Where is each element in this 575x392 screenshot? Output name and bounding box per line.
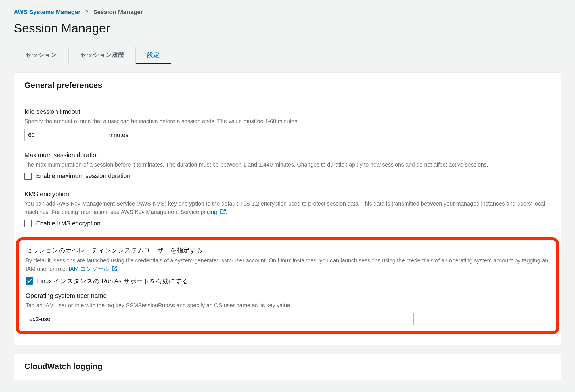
runas-checkbox-label: Linux インスタンスの Run As サポートを有効にする bbox=[37, 277, 189, 285]
cloudwatch-logging-heading: CloudWatch logging bbox=[14, 354, 561, 380]
field-kms-encryption: KMS encryption You can add AWS Key Manag… bbox=[24, 190, 551, 227]
kms-checkbox-label: Enable KMS encryption bbox=[36, 220, 101, 227]
breadcrumb-current: Session Manager bbox=[93, 9, 143, 16]
tab-session-history[interactable]: セッション履歴 bbox=[69, 47, 136, 64]
os-user-name-title: Operating system user name bbox=[26, 292, 549, 300]
idle-timeout-unit: minutes bbox=[107, 132, 129, 138]
max-duration-checkbox[interactable] bbox=[24, 173, 32, 180]
page-title: Session Manager bbox=[14, 21, 561, 35]
kms-desc-suffix: . bbox=[226, 209, 227, 215]
field-runas: セッションのオペレーティングシステムユーザーを指定する By default, … bbox=[26, 246, 549, 285]
field-idle-timeout: Idle session timeout Specify the amount … bbox=[24, 108, 551, 141]
tab-sessions[interactable]: セッション bbox=[14, 47, 69, 64]
field-os-user-name: Operating system user name Tag an IAM us… bbox=[26, 292, 549, 325]
external-link-icon bbox=[220, 208, 226, 214]
os-user-name-input[interactable] bbox=[26, 313, 414, 325]
kms-checkbox[interactable] bbox=[24, 220, 32, 227]
highlight-runas: セッションのオペレーティングシステムユーザーを指定する By default, … bbox=[16, 237, 559, 334]
general-preferences-heading: General preferences bbox=[14, 73, 561, 99]
breadcrumb: AWS Systems Manager Session Manager bbox=[14, 9, 561, 16]
max-duration-checkbox-label: Enable maximum session duration bbox=[36, 173, 131, 180]
field-max-duration: Maximum session duration The maximum dur… bbox=[24, 151, 551, 180]
idle-timeout-input[interactable] bbox=[24, 129, 102, 141]
runas-desc: By default, sessions are launched using … bbox=[26, 256, 549, 273]
kms-title: KMS encryption bbox=[24, 190, 551, 198]
general-preferences-panel: General preferences Idle session timeout… bbox=[14, 72, 561, 345]
kms-pricing-link[interactable]: pricing bbox=[201, 209, 226, 215]
max-duration-desc: The maximum duration of a session before… bbox=[24, 161, 551, 169]
idle-timeout-desc: Specify the amount of time that a user c… bbox=[24, 117, 551, 125]
cloudwatch-logging-panel: CloudWatch logging bbox=[14, 354, 561, 380]
tabs: セッション セッション履歴 設定 bbox=[14, 47, 561, 64]
tab-settings[interactable]: 設定 bbox=[136, 47, 171, 64]
runas-checkbox[interactable] bbox=[26, 277, 33, 285]
runas-title: セッションのオペレーティングシステムユーザーを指定する bbox=[26, 246, 549, 255]
idle-timeout-title: Idle session timeout bbox=[24, 108, 551, 115]
max-duration-title: Maximum session duration bbox=[24, 151, 551, 159]
kms-desc-prefix: You can add AWS Key Management Service (… bbox=[24, 200, 545, 215]
iam-console-link[interactable]: IAM コンソール bbox=[69, 266, 118, 272]
external-link-icon bbox=[112, 265, 117, 271]
kms-desc: You can add AWS Key Management Service (… bbox=[24, 200, 551, 217]
os-user-name-desc: Tag an IAM user or role with the tag key… bbox=[26, 301, 549, 310]
breadcrumb-root-link[interactable]: AWS Systems Manager bbox=[14, 9, 80, 16]
chevron-right-icon bbox=[85, 9, 89, 16]
